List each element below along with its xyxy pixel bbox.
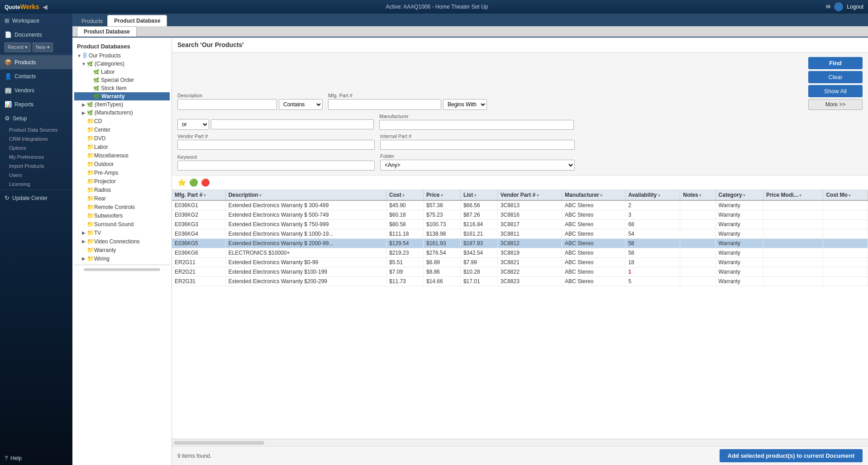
sidebar-item-setup[interactable]: ⚙ Setup [0,111,72,125]
table-row[interactable]: ER2G21 Extended Electronics Warranty $10… [172,267,868,277]
tree-item-rear[interactable]: 📁 Rear [74,194,170,203]
table-row[interactable]: ER2G11 Extended Electronics Warranty $0-… [172,258,868,267]
find-button[interactable]: Find [808,57,863,69]
begins-with-select[interactable]: Begins With Contains Ends With Equals [443,99,487,110]
contains-select[interactable]: Contains Begins With Ends With Equals [279,99,323,110]
sidebar-item-documents[interactable]: 📄 Documents [0,28,72,42]
tree-folder-icon-subwoofers: 📁 [87,212,94,219]
sidebar-sub-crm-integrations[interactable]: CRM Integrations [0,134,72,143]
tree-item-warranty-f[interactable]: 📁 Warranty [74,246,170,254]
subtab-product-database[interactable]: Product Database [77,26,137,37]
table-row[interactable]: E036KG3 Extended Electronics Warranty $ … [172,220,868,229]
tree-item-surround-sound[interactable]: 📁 Surround Sound [74,220,170,228]
cell-notes [680,239,715,248]
tree-item-categories[interactable]: ▼ 🌿 (Categories) [74,60,170,68]
tree-item-labor[interactable]: 🌿 Labor [74,68,170,76]
tree-scrollbar[interactable] [74,265,170,274]
tree-item-warranty[interactable]: 🌿 Warranty [74,92,170,100]
tree-item-subwoofers[interactable]: 📁 Subwoofers [74,211,170,220]
logout-button[interactable]: Logout [847,4,863,10]
sidebar-sub-licensing[interactable]: Licensing [0,180,72,189]
col-cost[interactable]: Cost [386,190,424,200]
tree-item-labor-f[interactable]: 📁 Labor [74,142,170,151]
col-notes[interactable]: Notes [680,190,715,200]
table-row[interactable]: E036KG2 Extended Electronics Warranty $ … [172,210,868,220]
tree-toggle-categories: ▼ [81,62,87,66]
show-all-button[interactable]: Show All [808,85,863,97]
tree-item-itemtypes[interactable]: ▶ 🌿 (ItemTypes) [74,100,170,109]
internal-part-input[interactable] [380,140,575,150]
tree-item-outdoor[interactable]: 📁 Outdoor [74,160,170,168]
toolbar-add-icon[interactable]: 🟢 [189,178,198,187]
keyword-input[interactable] [177,161,375,171]
top-bar: QuoteWerks ◀ Active: AAAQ1006 - Home The… [0,0,868,14]
sidebar-item-reports[interactable]: 📊 Reports [0,97,72,111]
sidebar-item-update-center[interactable]: ↻ Update Center [0,191,72,205]
horizontal-scrollbar[interactable] [172,439,868,446]
more-button[interactable]: More >> [808,99,863,110]
tree-item-our-products[interactable]: ▼ 🗄 Our Products [74,52,170,60]
tree-item-center[interactable]: 📁 Center [74,125,170,134]
or-select[interactable]: or and [177,119,209,130]
description-input[interactable] [177,99,277,110]
collapse-sidebar-button[interactable]: ◀ [43,3,48,10]
sidebar-sub-my-preferences[interactable]: My Preferences [0,152,72,161]
sidebar-item-workspace[interactable]: ⊞ Workspace [0,14,72,28]
folder-select[interactable]: <Any> [380,160,575,171]
table-row[interactable]: E036KG5 Extended Electronics Warranty $ … [172,239,868,248]
table-row[interactable]: E036KG1 Extended Electronics Warranty $ … [172,200,868,210]
col-vendor-part[interactable]: Vendor Part # [497,190,562,200]
sidebar-item-help[interactable]: ? Help [0,451,72,465]
table-row[interactable]: E036KG6 ELECTRONICS $10000+ $219.23 $276… [172,248,868,258]
mail-icon[interactable]: ✉ [826,4,830,10]
tree-item-miscellaneous[interactable]: 📁 Miscellaneous [74,151,170,160]
tab-bar: Products Product Database [72,14,868,26]
workspace-icon: ⊞ [5,17,10,24]
tree-item-wiring[interactable]: ▶ 📁 Wiring [74,254,170,263]
table-row[interactable]: ER2G31 Extended Electronics Warranty $20… [172,277,868,286]
table-header-row: Mfg. Part # Description Cost Price List … [172,190,868,200]
tree-item-projector[interactable]: 📁 Projector [74,177,170,185]
tree-item-stock-item[interactable]: 🌿 Stock Item [74,84,170,92]
new-button[interactable]: New ▾ [33,43,53,52]
col-list[interactable]: List [460,190,497,200]
clear-button[interactable]: Clear [808,71,863,83]
tree-item-tv[interactable]: ▶ 📁 TV [74,228,170,237]
tree-item-special-order[interactable]: 🌿 Special Order [74,76,170,84]
toolbar-star-icon[interactable]: ⭐ [177,178,186,187]
content-area: Products Product Database Product Databa… [72,14,868,465]
toolbar-delete-icon[interactable]: 🔴 [201,178,210,187]
manufacturer-input[interactable] [379,120,574,130]
col-price-mod[interactable]: Price Modi... [763,190,823,200]
add-product-button[interactable]: Add selected product(s) to current Docum… [720,449,863,462]
tree-item-pre-amps[interactable]: 📁 Pre-Amps [74,168,170,177]
sidebar-item-vendors[interactable]: 🏢 Vendors [0,83,72,97]
extra-search-input[interactable] [211,119,374,129]
tree-item-video-connections[interactable]: ▶ 📁 Video Connections [74,237,170,246]
tree-item-dvd[interactable]: 📁 DVD [74,134,170,142]
col-manufacturer[interactable]: Manufacturer [562,190,625,200]
sidebar-sub-import-products[interactable]: Import Products [0,161,72,171]
tree-item-remote-controls[interactable]: 📁 Remote Controls [74,203,170,211]
table-row[interactable]: E036KG4 Extended Electronics Warranty $ … [172,229,868,239]
col-category[interactable]: Category [715,190,763,200]
sidebar-item-products[interactable]: 📦 Products [0,55,72,69]
vendor-part-input[interactable] [177,140,375,150]
col-availability[interactable]: Availability [625,190,680,200]
tab-product-database[interactable]: Product Database [107,15,167,26]
sidebar-sub-options[interactable]: Options [0,143,72,152]
sidebar-sub-users[interactable]: Users [0,171,72,180]
sidebar-sub-product-data-sources[interactable]: Product Data Sources [0,125,72,134]
col-price[interactable]: Price [423,190,460,200]
tree-item-cd[interactable]: 📁 CD [74,117,170,125]
tree-item-manufacturers[interactable]: ▶ 🌿 (Manufacturers) [74,109,170,117]
cell-price-mod [763,239,823,248]
col-cost-mod[interactable]: Cost Mo [823,190,868,200]
sidebar-item-contacts[interactable]: 👤 Contacts [0,69,72,83]
tree-item-radios[interactable]: 📁 Radios [74,185,170,194]
col-mfg-part[interactable]: Mfg. Part # [172,190,225,200]
mfg-part-input[interactable] [328,99,441,110]
recent-button[interactable]: Recent ▾ [5,43,31,52]
tree-toggle-manufacturers: ▶ [81,110,87,115]
col-description[interactable]: Description [225,190,386,200]
